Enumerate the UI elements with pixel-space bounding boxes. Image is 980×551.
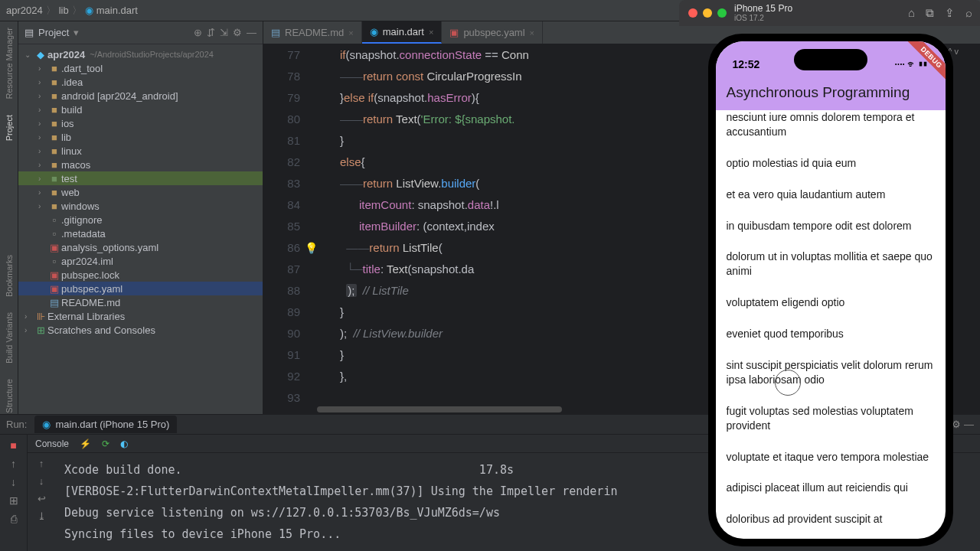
breadcrumb-folder[interactable]: lib	[59, 5, 69, 16]
arrow-icon[interactable]: ›	[38, 92, 47, 100]
list-item[interactable]: voluptatem eligendi optio	[727, 287, 935, 318]
simulator-titlebar[interactable]: iPhone 15 Pro iOS 17.2 ⌂ ⧉ ⇪ ⌕	[679, 0, 980, 26]
editor-tab[interactable]: ◉main.dart×	[362, 21, 443, 44]
devtools-icon[interactable]: ◐	[120, 439, 128, 449]
list-item[interactable]: voluptate et itaque vero tempora molesti…	[727, 442, 935, 473]
arrow-icon[interactable]: ›	[24, 312, 34, 321]
rail-structure[interactable]: Structure	[5, 379, 14, 413]
list-item[interactable]: dolorum ut in voluptas mollitia et saepe…	[727, 241, 935, 287]
arrow-icon[interactable]: ›	[38, 161, 47, 169]
arrow-icon[interactable]: ›	[38, 202, 47, 210]
tree-item[interactable]: ›■macos	[18, 158, 263, 171]
collapse-icon[interactable]: ⇲	[220, 27, 228, 38]
tree-item[interactable]: ›■android [apr2024_android]	[18, 89, 263, 103]
list-item[interactable]: nesciunt iure omnis dolorem tempora et a…	[727, 110, 935, 148]
tree-item[interactable]: ›■build	[18, 103, 263, 116]
expand-icon[interactable]: ⇵	[207, 27, 215, 38]
down-arrow-icon[interactable]: ↓	[39, 475, 44, 487]
up-icon[interactable]: ↑	[11, 458, 16, 470]
tree-scratches[interactable]: › ⊞ Scratches and Consoles	[18, 323, 263, 337]
arrow-icon[interactable]: ›	[38, 78, 47, 86]
breadcrumb-file[interactable]: main.dart	[96, 5, 138, 16]
tree-label: .idea	[61, 77, 83, 88]
gutter[interactable]: 77787980818283848586💡87888990919293	[263, 44, 309, 405]
share-icon[interactable]: ⇪	[945, 6, 955, 20]
folder-icon: ■	[47, 187, 61, 198]
arrow-icon[interactable]: ›	[38, 147, 47, 155]
list-item[interactable]: sint suscipit perspiciatis velit dolorum…	[727, 350, 935, 396]
close-icon[interactable]: ×	[429, 28, 433, 37]
arrow-icon[interactable]: ›	[38, 119, 47, 128]
project-title[interactable]: ▤ Project ▾	[24, 27, 79, 38]
tree-item[interactable]: ›■.dart_tool	[18, 61, 263, 75]
arrow-icon[interactable]: ›	[38, 64, 47, 73]
list-item[interactable]: doloribus ad provident suscipit at	[727, 504, 935, 535]
tree-item[interactable]: ▣pubspec.lock	[18, 268, 263, 282]
phone-screen[interactable]: DEBUG 12:52 ···· ᯤ ▮▮ Asynchronous Progr…	[716, 41, 946, 539]
locate-icon[interactable]: ⊕	[194, 27, 202, 38]
tree-item[interactable]: ▣analysis_options.yaml	[18, 240, 263, 254]
close-icon[interactable]: ×	[348, 28, 353, 37]
layout-icon[interactable]: ⊞	[9, 494, 18, 507]
arrow-icon[interactable]: ⌄	[24, 51, 34, 59]
arrow-icon[interactable]: ›	[38, 133, 47, 142]
rail-bookmarks[interactable]: Bookmarks	[5, 255, 14, 297]
up-arrow-icon[interactable]: ↑	[39, 458, 44, 469]
settings-icon[interactable]: ⚙	[233, 27, 242, 38]
search-icon[interactable]: ⌕	[965, 6, 972, 20]
wrap-icon[interactable]: ↩	[38, 493, 46, 504]
tree-external-libs[interactable]: › ⊪ External Libraries	[18, 309, 263, 323]
stop-button[interactable]: ■	[10, 439, 16, 452]
yaml-icon: ▣	[47, 269, 61, 281]
list-item[interactable]: in quibusdam tempore odit est dolorem	[727, 210, 935, 242]
tree-label: lib	[61, 132, 71, 143]
arrow-icon[interactable]: ›	[38, 174, 47, 183]
close-icon[interactable]: ×	[530, 28, 534, 37]
app-list[interactable]: nesciunt iure omnis dolorem tempora et a…	[716, 110, 946, 539]
tree-item[interactable]: ▫.metadata	[18, 227, 263, 240]
hot-restart-icon[interactable]: ⟳	[102, 439, 109, 449]
breadcrumb-root[interactable]: apr2024	[6, 5, 43, 16]
rail-project[interactable]: Project	[5, 115, 14, 141]
list-item[interactable]: optio molestias id quia eum	[727, 148, 935, 179]
list-item[interactable]: adipisci placeat illum aut reiciendis qu…	[727, 472, 935, 504]
tree-item[interactable]: ▤README.md	[18, 295, 263, 309]
hide-icon[interactable]: —	[247, 27, 256, 38]
tree-root[interactable]: ⌄ ◆ apr2024 ~/AndroidStudioProjects/apr2…	[18, 47, 263, 61]
list-item[interactable]: eveniet quod temporibus	[727, 318, 935, 350]
tree-item[interactable]: ▫apr2024.iml	[18, 254, 263, 268]
tree-label: pubspec.yaml	[61, 283, 122, 295]
list-item[interactable]: et ea vero quia laudantium autem	[727, 179, 935, 210]
down-icon[interactable]: ↓	[11, 476, 16, 488]
list-item[interactable]: fugit voluptas sed molestias voluptatem …	[727, 396, 935, 442]
tree-item[interactable]: ›■test	[18, 171, 263, 185]
tree-item[interactable]: ›■windows	[18, 199, 263, 213]
run-tab[interactable]: ◉ main.dart (iPhone 15 Pro)	[34, 416, 177, 433]
minimize-button[interactable]	[703, 8, 712, 18]
hot-reload-icon[interactable]: ⚡	[80, 439, 91, 449]
arrow-icon[interactable]: ›	[38, 106, 47, 114]
screenshot-icon[interactable]: ⧉	[926, 6, 934, 20]
print-icon[interactable]: ⎙	[11, 513, 17, 525]
console-tab[interactable]: Console	[35, 439, 69, 449]
maximize-button[interactable]	[717, 8, 727, 18]
tree-item[interactable]: ›■web	[18, 185, 263, 199]
home-icon[interactable]: ⌂	[908, 6, 915, 20]
tree-item[interactable]: ▫.gitignore	[18, 213, 263, 227]
project-tree[interactable]: ⌄ ◆ apr2024 ~/AndroidStudioProjects/apr2…	[18, 44, 263, 414]
arrow-icon[interactable]: ›	[38, 188, 47, 197]
rail-build-variants[interactable]: Build Variants	[5, 312, 14, 364]
scroll-icon[interactable]: ⤓	[38, 510, 46, 522]
tree-label: pubspec.lock	[61, 269, 119, 281]
tree-item[interactable]: ›■lib	[18, 130, 263, 144]
breadcrumb[interactable]: apr2024 〉 lib 〉 ◉ main.dart	[6, 4, 138, 18]
tree-item[interactable]: ›■linux	[18, 144, 263, 158]
rail-resource-manager[interactable]: Resource Manager	[5, 28, 14, 99]
arrow-icon[interactable]: ›	[24, 326, 34, 334]
tree-item[interactable]: ›■ios	[18, 116, 263, 130]
tree-item[interactable]: ›■.idea	[18, 75, 263, 89]
close-button[interactable]	[688, 8, 697, 18]
editor-tab[interactable]: ▣pubspec.yaml×	[442, 21, 543, 44]
editor-tab[interactable]: ▤README.md×	[263, 21, 362, 44]
tree-item[interactable]: ▣pubspec.yaml	[18, 282, 263, 295]
